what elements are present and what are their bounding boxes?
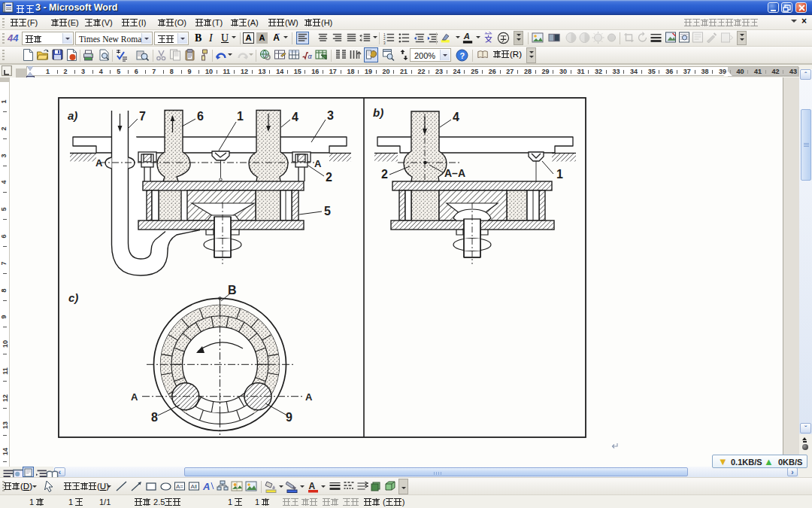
svg-text:7: 7 xyxy=(139,110,146,123)
svg-text:4: 4 xyxy=(453,111,459,123)
svg-text:A–A: A–A xyxy=(444,167,465,179)
svg-text:2: 2 xyxy=(326,171,332,184)
svg-text:A: A xyxy=(305,391,313,403)
svg-text:a): a) xyxy=(68,109,77,122)
svg-text:A: A xyxy=(309,481,316,491)
svg-text:?: ? xyxy=(460,51,465,60)
svg-text:α: α xyxy=(308,53,313,60)
svg-text:3: 3 xyxy=(383,41,386,44)
svg-text:A=: A= xyxy=(176,483,183,490)
svg-text:3: 3 xyxy=(327,109,334,122)
svg-text:A: A xyxy=(95,157,103,169)
svg-text:5: 5 xyxy=(324,205,331,217)
svg-text:1: 1 xyxy=(556,168,563,181)
svg-text:1: 1 xyxy=(237,110,244,123)
svg-text:A: A xyxy=(131,391,138,403)
svg-text:A‖: A‖ xyxy=(191,483,198,490)
svg-text:1: 1 xyxy=(383,33,386,37)
svg-text:B: B xyxy=(228,284,237,297)
svg-text:8: 8 xyxy=(151,411,158,424)
svg-text:A: A xyxy=(202,481,210,492)
svg-text:6: 6 xyxy=(197,110,204,123)
svg-text:2: 2 xyxy=(383,37,386,41)
svg-text:4: 4 xyxy=(292,111,298,123)
svg-text:9: 9 xyxy=(286,411,292,424)
svg-text:A: A xyxy=(314,158,322,169)
svg-text:2: 2 xyxy=(381,168,388,181)
svg-text:A: A xyxy=(463,32,470,41)
svg-text:b): b) xyxy=(373,106,383,119)
svg-text:c): c) xyxy=(68,291,78,304)
